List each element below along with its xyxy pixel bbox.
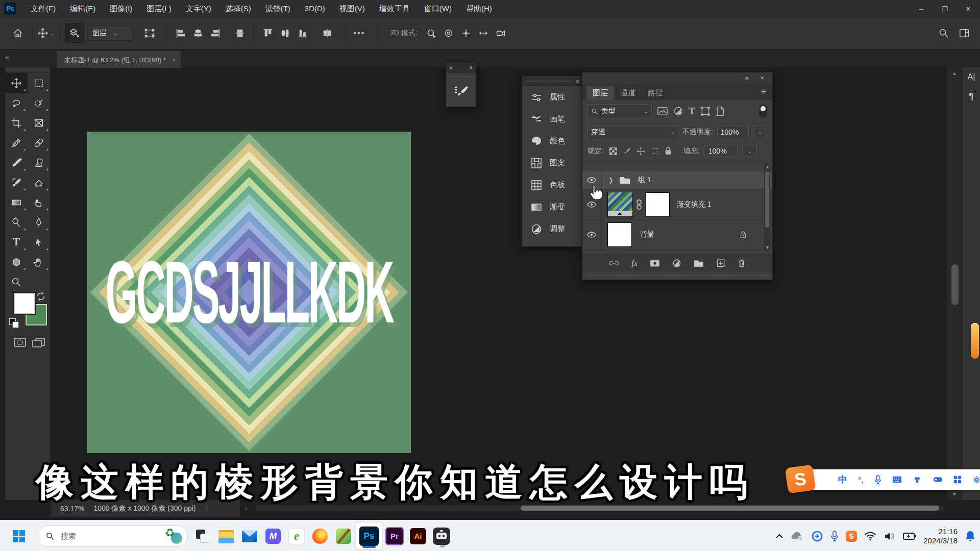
zoom-tool[interactable] bbox=[5, 272, 28, 292]
move-tool-icon[interactable]: ⌄ bbox=[37, 24, 55, 42]
restore-button[interactable]: ❐ bbox=[933, 0, 957, 17]
menu-view[interactable]: 视图(V) bbox=[332, 0, 372, 17]
tab-paths[interactable]: 路径 bbox=[642, 86, 669, 100]
threed-drag-icon[interactable] bbox=[457, 24, 475, 42]
ime-keyboard-icon[interactable] bbox=[892, 476, 902, 483]
menu-window[interactable]: 窗口(W) bbox=[417, 0, 459, 17]
opacity-dropdown-arrow[interactable]: ⌄ bbox=[753, 125, 767, 139]
new-group-icon[interactable] bbox=[694, 259, 704, 267]
minimize-button[interactable]: ─ bbox=[910, 0, 933, 17]
opacity-value[interactable]: 100% bbox=[717, 125, 749, 139]
search-icon[interactable] bbox=[935, 24, 952, 42]
menu-plugins[interactable]: 增效工具 bbox=[372, 0, 417, 17]
tab-layers[interactable]: 图层 bbox=[586, 86, 614, 100]
gradient-tool[interactable] bbox=[5, 192, 28, 212]
workspace-switcher-icon[interactable] bbox=[955, 24, 973, 42]
align-center-v-icon[interactable] bbox=[277, 24, 294, 42]
threed-camera-icon[interactable] bbox=[492, 24, 509, 42]
layer-thumbnail[interactable] bbox=[607, 222, 632, 247]
healing-brush-tool[interactable] bbox=[28, 133, 50, 153]
auto-select-toggle[interactable] bbox=[65, 23, 84, 43]
character-panel-icon[interactable]: A| bbox=[965, 69, 978, 85]
marquee-tool[interactable] bbox=[28, 73, 50, 93]
taskbar-search[interactable]: ♻ bbox=[38, 525, 188, 547]
layer-filter-dropdown[interactable]: 类型 ⌄ bbox=[587, 104, 652, 118]
panel-expand-icon[interactable]: » bbox=[576, 78, 579, 85]
filter-adjustment-layers-icon[interactable] bbox=[673, 106, 683, 116]
scroll-up-icon[interactable]: ▲ bbox=[952, 70, 957, 76]
scrollbar-thumb[interactable] bbox=[765, 171, 769, 228]
add-mask-icon[interactable] bbox=[650, 259, 660, 267]
panel-item-gradients[interactable]: 渐变 bbox=[522, 196, 582, 218]
mail-app-button[interactable] bbox=[238, 524, 261, 548]
panel-item-properties[interactable]: 属性 bbox=[522, 86, 582, 108]
lock-pixels-icon[interactable] bbox=[623, 147, 631, 156]
ime-skin-icon[interactable] bbox=[913, 475, 922, 484]
notification-bell-icon[interactable] bbox=[965, 530, 976, 542]
sogou-tray-icon[interactable]: S bbox=[846, 531, 857, 542]
align-left-icon[interactable] bbox=[172, 24, 189, 42]
screen-mode-button[interactable] bbox=[32, 337, 46, 349]
ime-toolbox-icon[interactable] bbox=[953, 475, 962, 484]
cloud-sync-icon[interactable] bbox=[791, 531, 804, 541]
move-tool[interactable] bbox=[5, 73, 28, 93]
scroll-up-icon[interactable]: ▲ bbox=[765, 164, 770, 169]
lasso-tool[interactable] bbox=[5, 93, 28, 113]
new-layer-icon[interactable] bbox=[716, 259, 725, 268]
menu-file[interactable]: 文件(F) bbox=[23, 0, 63, 17]
ime-settings-icon[interactable] bbox=[972, 475, 980, 484]
align-top-icon[interactable] bbox=[259, 24, 277, 42]
search-input[interactable] bbox=[60, 531, 138, 541]
lock-artboard-icon[interactable] bbox=[650, 147, 659, 156]
add-adjustment-icon[interactable] bbox=[672, 259, 681, 268]
file-explorer-button[interactable] bbox=[214, 524, 238, 548]
collapse-left-icon[interactable]: « bbox=[5, 53, 9, 61]
tray-expand-icon[interactable] bbox=[775, 533, 783, 539]
fill-dropdown-arrow[interactable]: ⌄ bbox=[743, 144, 757, 158]
foreground-color-swatch[interactable] bbox=[14, 293, 35, 314]
transform-controls-toggle[interactable] bbox=[141, 24, 158, 42]
layer-mask-link-icon[interactable] bbox=[636, 199, 642, 210]
menu-3d[interactable]: 3D(D) bbox=[298, 0, 332, 17]
battery-icon[interactable] bbox=[903, 532, 916, 540]
close-panel-icon[interactable]: × bbox=[760, 74, 764, 82]
paragraph-panel-icon[interactable]: ¶ bbox=[965, 89, 978, 104]
browser-360-button[interactable]: e bbox=[285, 524, 308, 548]
path-select-tool[interactable] bbox=[28, 232, 50, 252]
menu-image[interactable]: 图像(I) bbox=[103, 0, 139, 17]
distribute-h-icon[interactable] bbox=[231, 24, 249, 42]
robot-app-button[interactable] bbox=[430, 524, 453, 548]
align-bottom-icon[interactable] bbox=[294, 24, 311, 42]
search-highlight-icon[interactable]: ♻ bbox=[165, 528, 182, 545]
smudge-tool[interactable] bbox=[28, 192, 50, 212]
m-app-button[interactable]: M bbox=[261, 524, 285, 548]
ime-punctuation[interactable]: °, bbox=[858, 475, 863, 484]
close-button[interactable]: ✕ bbox=[957, 0, 980, 17]
firefox-button[interactable] bbox=[308, 524, 332, 548]
align-center-h-icon[interactable] bbox=[189, 24, 207, 42]
group-expand-chevron[interactable]: ❯ bbox=[608, 177, 614, 184]
link-layers-icon[interactable] bbox=[609, 260, 619, 267]
panel-expand-icon[interactable]: » bbox=[449, 64, 453, 71]
layer-mask-thumbnail[interactable] bbox=[645, 192, 670, 217]
tool-preset-icon[interactable] bbox=[446, 78, 476, 105]
sogou-ime-logo[interactable]: S bbox=[785, 464, 816, 493]
swap-colors-icon[interactable] bbox=[36, 292, 46, 301]
threed-slide-icon[interactable] bbox=[475, 24, 492, 42]
photoshop-app-button[interactable]: Ps bbox=[355, 524, 383, 548]
layer-name[interactable]: 组 1 bbox=[638, 176, 651, 185]
threed-roll-icon[interactable] bbox=[440, 24, 457, 42]
layer-name[interactable]: 背景 bbox=[640, 230, 654, 239]
threed-rotate-icon[interactable] bbox=[423, 24, 440, 42]
filter-pixel-layers-icon[interactable] bbox=[657, 106, 668, 116]
lock-all-icon[interactable] bbox=[664, 146, 672, 156]
panel-item-color[interactable]: 颜色 bbox=[522, 130, 582, 152]
scroll-down-icon[interactable]: ▼ bbox=[765, 245, 770, 250]
health-app-icon[interactable] bbox=[811, 530, 823, 542]
layer-row-background[interactable]: 背景 bbox=[582, 220, 772, 249]
type-tool[interactable]: T bbox=[5, 232, 28, 252]
collapse-panel-icon[interactable]: « bbox=[745, 74, 749, 82]
layers-scrollbar[interactable]: ▲ ▼ bbox=[764, 163, 770, 251]
lock-position-icon[interactable] bbox=[636, 147, 645, 156]
history-brush-tool[interactable] bbox=[5, 172, 28, 192]
